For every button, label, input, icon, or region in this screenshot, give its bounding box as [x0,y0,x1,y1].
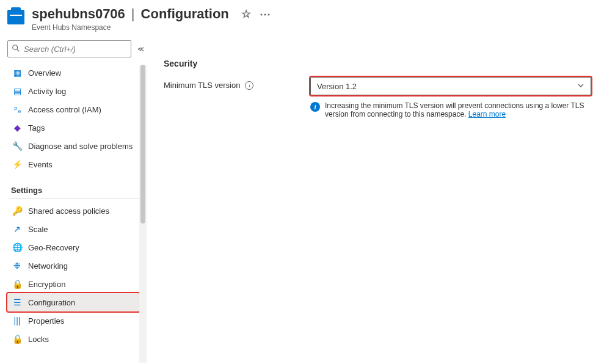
sidebar: ≪ ▦Overview▤Activity logᵖₐAccess control… [0,35,147,363]
svg-point-0 [13,45,18,49]
sidebar-item-label: Overview [28,68,61,78]
learn-more-link[interactable]: Learn more [468,110,506,118]
favorite-icon[interactable]: ☆ [241,7,251,21]
sidebar-item-overview[interactable]: ▦Overview [7,64,139,82]
sidebar-item-label: Events [28,160,53,169]
sidebar-item-label: Networking [28,261,68,271]
scale-icon: ↗ [12,224,22,234]
main-content: Security Minimum TLS version i Version 1… [147,35,604,363]
collapse-sidebar-icon[interactable]: ≪ [137,45,145,53]
geo-icon: 🌐 [12,242,22,252]
config-icon: ☰ [12,297,22,307]
sidebar-item-diagnose-and-solve-problems[interactable]: 🔧Diagnose and solve problems [7,137,139,155]
section-title-security: Security [164,59,597,68]
sidebar-item-events[interactable]: ⚡Events [7,155,139,173]
sidebar-item-label: Tags [28,123,45,133]
sidebar-item-locks[interactable]: 🔒Locks [7,330,139,348]
sidebar-item-label: Access control (IAM) [28,105,101,114]
iam-icon: ᵖₐ [12,104,22,114]
page-title: spehubns0706 | Configuration ☆ ⋯ [32,6,597,22]
sidebar-scrollbar-thumb[interactable] [140,65,145,224]
page-name: Configuration [141,6,229,22]
sidebar-scrollbar[interactable] [139,65,147,363]
chevron-down-icon [577,82,584,91]
tag-icon: ◆ [12,123,22,133]
locks-icon: 🔒 [12,334,22,344]
title-separator: | [131,6,135,22]
log-icon: ▤ [12,86,22,96]
sidebar-item-activity-log[interactable]: ▤Activity log [7,82,139,100]
overview-icon: ▦ [12,68,22,78]
sidebar-item-label: Activity log [28,87,66,96]
tls-hint-text: Increasing the minimum TLS version will … [325,101,584,118]
sidebar-item-label: Configuration [28,298,75,307]
sidebar-item-scale[interactable]: ↗Scale [7,220,139,238]
sidebar-item-label: Locks [28,335,49,344]
network-icon: ❉ [12,261,22,271]
search-icon [12,44,20,54]
search-box[interactable] [7,40,131,57]
sidebar-item-label: Geo-Recovery [28,243,79,252]
info-icon[interactable]: i [245,81,253,90]
sidebar-item-networking[interactable]: ❉Networking [7,257,139,275]
events-icon: ⚡ [12,159,22,169]
more-icon[interactable]: ⋯ [260,7,271,21]
sidebar-item-geo-recovery[interactable]: 🌐Geo-Recovery [7,238,139,257]
sidebar-item-tags[interactable]: ◆Tags [7,118,139,137]
resource-type: Event Hubs Namespace [32,23,597,32]
props-icon: ||| [12,316,22,326]
sidebar-item-shared-access-policies[interactable]: 🔑Shared access policies [7,202,139,220]
key-icon: 🔑 [12,206,22,216]
page-header: spehubns0706 | Configuration ☆ ⋯ Event H… [0,0,604,35]
lock-icon: 🔒 [12,279,22,289]
sidebar-item-configuration[interactable]: ☰Configuration [7,293,139,311]
diagnose-icon: 🔧 [12,141,22,151]
eventhubs-icon [7,10,24,24]
nav-section-settings: Settings [7,180,139,199]
svg-line-1 [17,49,20,51]
sidebar-item-label: Scale [28,225,48,234]
tls-hint: i Increasing the minimum TLS version wil… [310,101,591,118]
tls-version-select[interactable]: Version 1.2 [310,77,591,95]
sidebar-item-access-control-iam-[interactable]: ᵖₐAccess control (IAM) [7,100,139,118]
sidebar-item-label: Shared access policies [28,206,109,216]
sidebar-item-label: Properties [28,316,64,326]
resource-name: spehubns0706 [32,6,125,22]
search-input[interactable] [24,45,127,54]
sidebar-item-encryption[interactable]: 🔒Encryption [7,275,139,293]
info-filled-icon: i [310,102,320,112]
tls-label-text: Minimum TLS version [164,81,240,90]
tls-label: Minimum TLS version i [164,77,298,90]
tls-version-value: Version 1.2 [317,82,357,91]
sidebar-item-label: Encryption [28,280,65,289]
sidebar-item-properties[interactable]: |||Properties [7,311,139,330]
sidebar-item-label: Diagnose and solve problems [28,142,133,151]
